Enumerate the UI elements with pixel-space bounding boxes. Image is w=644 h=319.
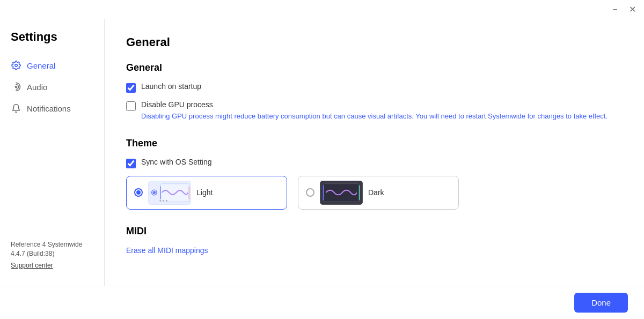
light-radio <box>134 188 143 197</box>
dark-radio <box>306 188 314 197</box>
sidebar-label-notifications: Notifications <box>27 104 71 113</box>
page-title: General <box>126 35 623 49</box>
sidebar-item-audio[interactable]: Audio <box>0 76 104 98</box>
audio-icon <box>11 81 21 92</box>
sidebar-item-notifications[interactable]: Notifications <box>0 98 104 119</box>
erase-midi-link[interactable]: Erase all MIDI mappings <box>126 246 208 255</box>
midi-section-title: MIDI <box>126 226 623 237</box>
bell-icon <box>11 103 21 114</box>
app-version: 4.4.7 (Build:38) <box>11 250 54 257</box>
sidebar-footer: Reference 4 Systemwide 4.4.7 (Build:38) … <box>0 229 104 275</box>
content-area: General General Launch on startup Disabl… <box>105 19 644 286</box>
light-theme-preview <box>148 181 191 205</box>
sidebar-item-general[interactable]: General <box>0 55 104 76</box>
launch-startup-label: Launch on startup <box>141 82 201 91</box>
sidebar-title: Settings <box>0 30 104 55</box>
svg-point-9 <box>163 199 164 201</box>
theme-section: Theme Sync with OS Setting <box>126 138 623 210</box>
midi-section: MIDI Erase all MIDI mappings <box>126 226 623 255</box>
close-button[interactable]: ✕ <box>627 4 638 15</box>
disable-gpu-checkbox[interactable] <box>126 101 136 111</box>
sync-os-checkbox[interactable] <box>126 159 136 168</box>
svg-rect-12 <box>324 183 360 201</box>
app-name: Reference 4 Systemwide 4.4.7 (Build:38) <box>11 240 93 258</box>
done-button[interactable]: Done <box>574 293 628 313</box>
disable-gpu-description: Disabling GPU process might reduce batte… <box>141 111 608 122</box>
svg-point-0 <box>15 64 18 67</box>
support-center-link[interactable]: Support center <box>11 262 53 269</box>
disable-gpu-row: Disable GPU process Disabling GPU proces… <box>126 100 623 122</box>
dark-theme-preview <box>320 181 363 205</box>
sidebar-label-general: General <box>27 61 55 70</box>
sync-os-label: Sync with OS Setting <box>141 158 212 166</box>
theme-options: Light <box>126 176 623 210</box>
svg-point-1 <box>16 86 17 88</box>
launch-startup-checkbox[interactable] <box>126 83 136 93</box>
sync-os-row: Sync with OS Setting <box>126 158 623 168</box>
svg-rect-3 <box>160 183 189 201</box>
minimize-button[interactable]: − <box>610 4 620 15</box>
launch-startup-row: Launch on startup <box>126 82 623 93</box>
svg-point-10 <box>166 199 167 201</box>
title-bar: − ✕ <box>0 0 644 19</box>
light-theme-label: Light <box>196 188 279 197</box>
sidebar: Settings General Audio <box>0 19 105 286</box>
disable-gpu-label: Disable GPU process <box>141 100 608 109</box>
dark-theme-label: Dark <box>368 188 451 197</box>
bottom-bar: Done <box>0 286 644 319</box>
app-name-line1: Reference 4 Systemwide <box>11 241 82 248</box>
theme-light-card[interactable]: Light <box>126 176 287 210</box>
gear-icon <box>11 60 21 71</box>
svg-point-7 <box>152 191 156 194</box>
main-layout: Settings General Audio <box>0 19 644 286</box>
sidebar-label-audio: Audio <box>27 83 47 92</box>
general-section: General Launch on startup Disable GPU pr… <box>126 62 623 122</box>
general-section-title: General <box>126 62 623 73</box>
theme-dark-card[interactable]: Dark <box>298 176 459 210</box>
svg-point-8 <box>159 199 161 201</box>
theme-section-title: Theme <box>126 138 623 149</box>
